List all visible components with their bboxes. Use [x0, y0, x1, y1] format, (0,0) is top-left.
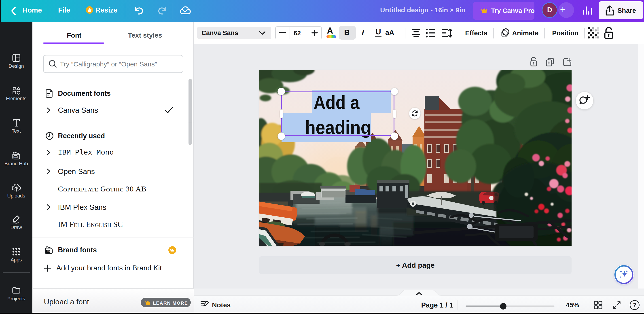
svg-text:co.: co. [14, 156, 17, 158]
svg-text:co.: co. [47, 251, 50, 253]
